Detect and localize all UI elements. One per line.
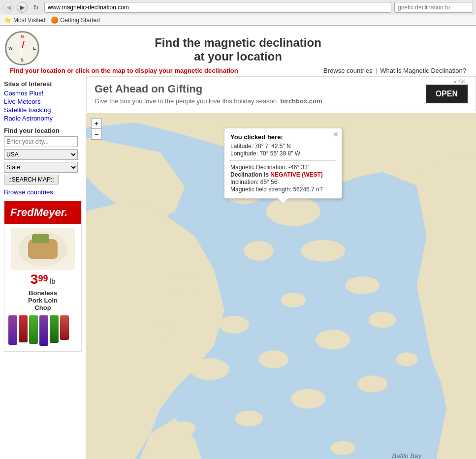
ad-food-section: 399 lb Boneless Pork Loin Chop <box>4 224 81 351</box>
svg-point-9 <box>153 322 177 337</box>
veg-green1 <box>29 315 38 344</box>
zoom-out-button[interactable]: − <box>91 129 102 140</box>
svg-point-2 <box>266 196 320 226</box>
popup-divider <box>230 160 336 161</box>
getting-started-label: Getting Started <box>60 17 100 24</box>
veg-red2 <box>60 315 69 340</box>
plate <box>18 232 67 266</box>
sub-header: Find your location or click on the map t… <box>0 66 476 76</box>
firefox-icon <box>51 17 58 24</box>
svg-point-6 <box>281 293 306 307</box>
back-button[interactable]: ◀ <box>3 2 14 13</box>
popup-latitude: Latitude: 78° 7' 42.5" N <box>230 143 336 150</box>
nav-divider: | <box>376 67 377 74</box>
declination-value: NEGATIVE (WEST) <box>270 171 322 178</box>
cosmos-plus-link[interactable]: Cosmos Plus! <box>4 90 82 97</box>
popup-longitude: Longitude: 70° 55' 39.8" W <box>230 150 336 157</box>
url-bar[interactable] <box>44 2 391 13</box>
svg-point-16 <box>291 389 325 408</box>
search-map-button[interactable]: ::SEARCH MAP:: <box>4 175 59 184</box>
food-image <box>11 228 75 270</box>
price-unit: lb <box>48 277 55 285</box>
ad-subtitle: Give the box you love to the people you … <box>95 97 426 105</box>
most-visited-bookmark[interactable]: ⭐ Most Visited <box>4 17 45 24</box>
price-cents: 99 <box>38 274 48 283</box>
svg-point-8 <box>167 275 202 295</box>
map-controls: + − <box>91 118 102 140</box>
food-item <box>28 239 58 259</box>
svg-point-4 <box>301 240 345 262</box>
ad-banner: ▲ Ad Get Ahead on Gifting Give the box y… <box>86 76 476 111</box>
main-right-content: ▲ Ad Get Ahead on Gifting Give the box y… <box>86 76 476 459</box>
garnish <box>32 234 49 243</box>
map-popup: ✕ You clicked here: Latitude: 78° 7' 42.… <box>224 128 342 199</box>
popup-close-button[interactable]: ✕ <box>333 130 339 138</box>
title-line1: Find the magnetic declination <box>155 36 321 50</box>
svg-text:Baffin Bay: Baffin Bay <box>392 452 422 459</box>
compass-needle <box>20 41 25 55</box>
svg-point-17 <box>235 411 263 427</box>
popup-field-strength: Magnetic field strength: 56246.7 nT <box>230 186 336 193</box>
zoom-in-button[interactable]: + <box>91 118 102 129</box>
sites-of-interest-title: Sites of Interest <box>4 80 82 88</box>
ad-open-button[interactable]: OPEN <box>426 85 468 103</box>
compass-north: N <box>21 34 24 39</box>
svg-point-19 <box>127 378 144 390</box>
browser-chrome: ◀ ▶ ↻ ⭐ Most Visited Getting Started <box>0 0 476 26</box>
page-header: N S E W Find the magnetic declination at… <box>0 26 476 66</box>
svg-point-5 <box>345 276 380 294</box>
refresh-button[interactable]: ↻ <box>31 2 41 13</box>
map-container: Baffin Bay GR + − ✕ You clicked here: La… <box>86 113 476 459</box>
ad-brand: birchbox.com <box>280 97 322 105</box>
sidebar: Sites of Interest Cosmos Plus! Live Mete… <box>0 76 86 459</box>
main-content: Sites of Interest Cosmos Plus! Live Mete… <box>0 76 476 459</box>
veg-purple1 <box>8 315 17 345</box>
popup-title: You clicked here: <box>230 133 336 141</box>
forward-button[interactable]: ▶ <box>17 2 28 13</box>
find-location-section: Find your location USA State ::SEARCH MA… <box>4 127 82 196</box>
sidebar-ad: FredMeyer. 399 lb B <box>4 201 82 352</box>
ad-title: Get Ahead on Gifting <box>95 83 426 95</box>
what-is-link[interactable]: What is Magnetic Declination? <box>380 67 466 74</box>
food-description: Boneless Pork Loin Chop <box>8 289 77 311</box>
map-area[interactable]: Baffin Bay GR + − ✕ You clicked here: La… <box>86 113 476 459</box>
svg-point-10 <box>190 358 229 380</box>
getting-started-bookmark[interactable]: Getting Started <box>51 17 100 24</box>
veggies-section <box>8 315 77 347</box>
radio-astronomy-link[interactable]: Radio Astronomy <box>4 115 82 122</box>
veg-red <box>19 315 28 342</box>
compass-south: S <box>21 58 24 62</box>
compass-east: E <box>33 46 36 51</box>
svg-point-15 <box>357 375 387 392</box>
veg-purple2 <box>39 315 48 346</box>
browser-toolbar: ◀ ▶ ↻ <box>0 0 476 15</box>
compass-wrapper: N S E W <box>5 31 39 65</box>
fred-meyer-brand: FredMeyer. <box>4 201 81 224</box>
page-content: N S E W Find the magnetic declination at… <box>0 26 476 459</box>
veg-green2 <box>50 315 59 343</box>
popup-declination-type: Declination is NEGATIVE (WEST) <box>230 171 336 178</box>
svg-point-13 <box>368 312 396 328</box>
most-visited-label: Most Visited <box>13 17 45 24</box>
svg-point-20 <box>330 441 355 455</box>
compass-west: W <box>8 46 13 51</box>
country-select[interactable]: USA <box>4 149 78 160</box>
search-bar[interactable] <box>394 2 473 13</box>
ad-text-area: Get Ahead on Gifting Give the box you lo… <box>95 83 426 105</box>
price-main: 3 <box>31 272 38 287</box>
satellite-tracking-link[interactable]: Satellite tracking <box>4 106 82 114</box>
declination-label: Declination is <box>230 171 270 178</box>
state-select[interactable]: State <box>4 162 78 173</box>
find-location-title: Find your location <box>4 127 82 134</box>
svg-point-12 <box>316 330 350 349</box>
bookmarks-bar: ⭐ Most Visited Getting Started <box>0 15 476 26</box>
top-nav-links: Browse countries | What is Magnetic Decl… <box>323 67 466 74</box>
browse-countries-link[interactable]: Browse countries <box>323 67 373 74</box>
svg-point-3 <box>244 241 274 261</box>
price-section: 399 lb <box>8 270 77 289</box>
city-input[interactable] <box>4 136 78 147</box>
browse-countries-sidebar-link[interactable]: Browse countries <box>4 188 53 196</box>
svg-point-11 <box>259 350 288 368</box>
svg-point-14 <box>396 352 418 366</box>
live-meteors-link[interactable]: Live Meteors <box>4 98 82 105</box>
